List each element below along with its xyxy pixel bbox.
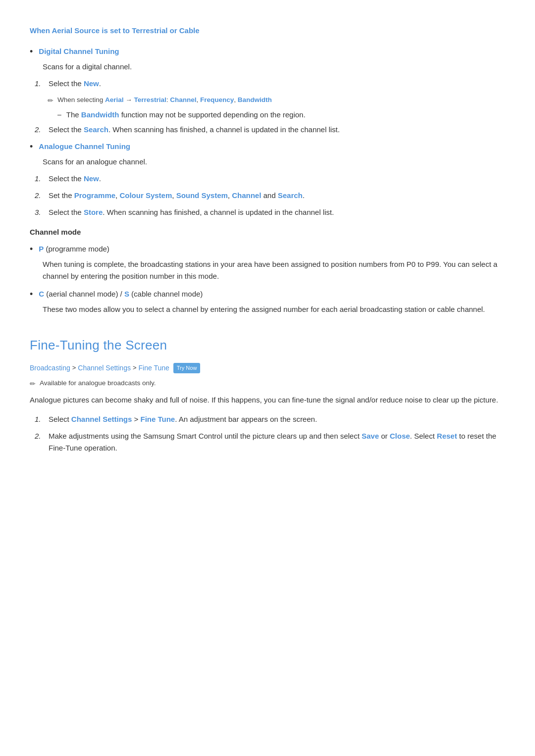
digital-dash-note: – The Bandwidth function may not be supp… — [57, 109, 505, 121]
analogue-channel-tuning-label: Analogue Channel Tuning — [39, 141, 130, 152]
bullet-dot-cs: • — [30, 287, 33, 302]
fine-tuning-title: Fine-Tuning the Screen — [30, 335, 505, 356]
breadcrumb-broadcasting[interactable]: Broadcasting — [30, 362, 70, 373]
pencil-icon-2: ✏ — [30, 378, 36, 389]
section1-heading: When Aerial Source is set to Terrestrial… — [30, 25, 505, 37]
analogue-step2-num: 2. — [35, 190, 49, 202]
bullet-dot-p: • — [30, 242, 33, 256]
breadcrumb-channel-settings[interactable]: Channel Settings — [78, 362, 131, 373]
analogue-step3-num: 3. — [35, 206, 49, 218]
channel-mode-heading: Channel mode — [30, 226, 505, 238]
channel-mode-p-text: P (programme mode) — [39, 243, 109, 255]
digital-step2-text: Select the Search. When scanning has fin… — [49, 124, 340, 136]
analogue-step1: 1. Select the New. — [35, 173, 505, 185]
digital-description: Scans for a digital channel. — [43, 61, 505, 73]
digital-step1-num: 1. — [35, 78, 49, 90]
channel-mode-cs-text: C (aerial channel mode) / S (cable chann… — [39, 288, 203, 300]
analogue-step1-num: 1. — [35, 173, 49, 185]
pencil-icon: ✏ — [48, 95, 54, 106]
analogue-step2: 2. Set the Programme, Colour System, Sou… — [35, 190, 505, 202]
fine-tuning-body: Analogue pictures can become shaky and f… — [30, 394, 505, 406]
digital-channel-tuning-label: Digital Channel Tuning — [39, 46, 119, 57]
fine-tuning-step1: 1. Select Channel Settings > Fine Tune. … — [35, 413, 505, 425]
analogue-step1-text: Select the New. — [49, 173, 101, 185]
bullet-dot-analogue: • — [30, 140, 33, 154]
fine-tuning-step1-num: 1. — [35, 413, 49, 425]
digital-channel-tuning-bullet: • Digital Channel Tuning — [30, 46, 505, 59]
analogue-step3: 3. Select the Store. When scanning has f… — [35, 206, 505, 218]
breadcrumb-fine-tune[interactable]: Fine Tune — [139, 362, 169, 373]
bullet-dot-digital: • — [30, 45, 33, 59]
channel-mode-cs-description: These two modes allow you to select a ch… — [43, 303, 505, 315]
digital-note-text: When selecting Aerial → Terrestrial: Cha… — [57, 95, 272, 105]
fine-tuning-note-text: Available for analogue broadcasts only. — [40, 378, 156, 389]
digital-dash-text: The Bandwidth function may not be suppor… — [66, 109, 306, 121]
analogue-description: Scans for an analogue channel. — [43, 156, 505, 168]
fine-tuning-step1-text: Select Channel Settings > Fine Tune. An … — [49, 413, 317, 425]
channel-mode-p-bullet: • P (programme mode) — [30, 243, 505, 256]
digital-note: ✏ When selecting Aerial → Terrestrial: C… — [48, 95, 505, 106]
analogue-channel-tuning-bullet: • Analogue Channel Tuning — [30, 141, 505, 154]
fine-tuning-step2: 2. Make adjustments using the Samsung Sm… — [35, 430, 505, 454]
fine-tuning-step2-num: 2. — [35, 430, 49, 442]
digital-step2-num: 2. — [35, 124, 49, 136]
analogue-step2-text: Set the Programme, Colour System, Sound … — [49, 190, 305, 202]
digital-step2: 2. Select the Search. When scanning has … — [35, 124, 505, 136]
dash-sym: – — [57, 109, 61, 120]
analogue-step3-text: Select the Store. When scanning has fini… — [49, 206, 334, 218]
digital-step1-text: Select the New. — [49, 78, 101, 90]
breadcrumb: Broadcasting > Channel Settings > Fine T… — [30, 362, 505, 373]
channel-mode-p-description: When tuning is complete, the broadcastin… — [43, 258, 505, 282]
digital-step1: 1. Select the New. — [35, 78, 505, 90]
fine-tuning-note: ✏ Available for analogue broadcasts only… — [30, 378, 505, 389]
fine-tuning-step2-text: Make adjustments using the Samsung Smart… — [49, 430, 505, 454]
channel-mode-cs-bullet: • C (aerial channel mode) / S (cable cha… — [30, 288, 505, 302]
try-now-badge[interactable]: Try Now — [173, 363, 201, 374]
breadcrumb-sep2: > — [133, 363, 137, 373]
breadcrumb-sep1: > — [72, 363, 76, 373]
